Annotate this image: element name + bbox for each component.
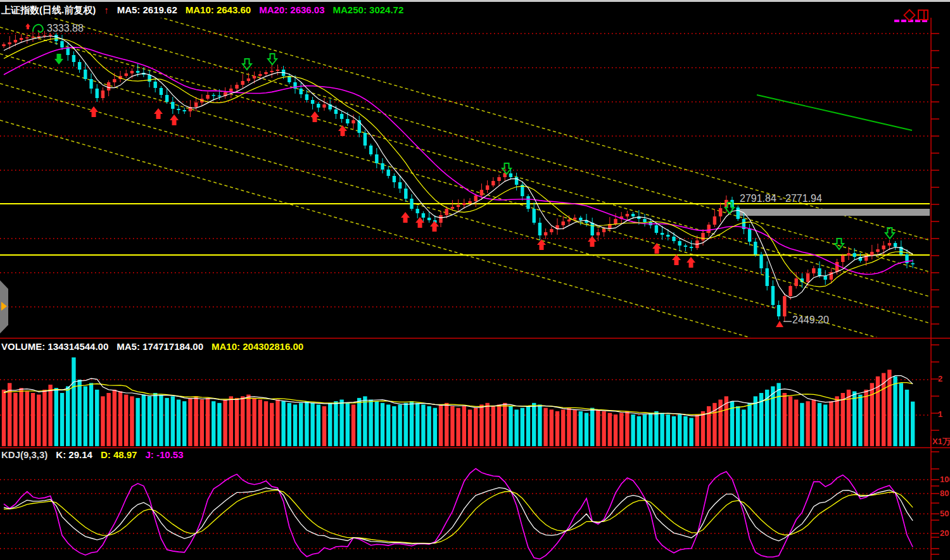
chart-svg (0, 0, 950, 560)
kdj-axis-label-80: 80 (940, 488, 949, 498)
kdj-k-value: K: 29.14 (56, 449, 92, 460)
gap-range-label: 2791.84 - 2771.94 (740, 193, 822, 204)
kdj-pane-header: KDJ(9,3,3) K: 29.14 D: 48.97 J: -10.53 (1, 449, 184, 460)
volume-axis-label-1: 1 (938, 409, 942, 419)
expand-panel-arrow-icon[interactable] (1, 302, 7, 311)
low-price-label: 2449.20 (792, 314, 829, 326)
volume-ma5-value: MA5: 174717184.00 (117, 341, 203, 352)
trading-app-window: { "header": { "symbol": "上证指数(日线.前复权)", … (0, 0, 950, 560)
peak-price-label: 3333.88 (47, 23, 84, 34)
volume-unit-label: X1万 (930, 436, 950, 447)
volume-pane-header: VOLUME: 134314544.00 MA5: 174717184.00 M… (1, 341, 303, 352)
kdj-j-value: J: -10.53 (145, 449, 183, 460)
volume-value: VOLUME: 134314544.00 (1, 341, 108, 352)
volume-ma10-value: MA10: 204302816.00 (212, 341, 303, 352)
chart-area[interactable] (0, 0, 950, 560)
kdj-axis-label-50: 50 (940, 509, 949, 518)
kdj-title: KDJ(9,3,3) (1, 449, 48, 460)
volume-axis-label-2: 2 (938, 374, 942, 383)
kdj-axis-label-20: 20 (940, 528, 949, 538)
kdj-d-value: D: 48.97 (101, 449, 137, 460)
kdj-axis-label-100: 100 (940, 475, 950, 484)
